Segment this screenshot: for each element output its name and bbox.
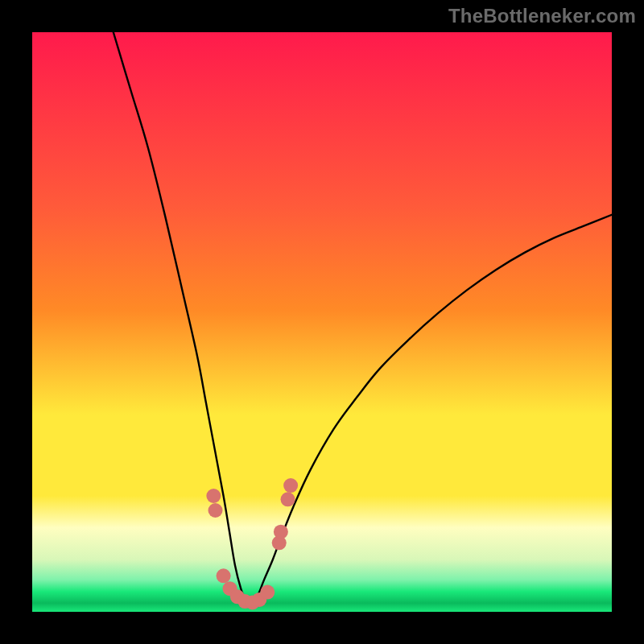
svg-point-1 [206,489,221,503]
svg-point-2 [208,503,223,518]
svg-point-11 [274,525,288,539]
watermark-text: TheBottleneker.com [448,5,636,27]
bottleneck-chart [32,32,612,612]
svg-point-12 [281,492,295,506]
svg-rect-0 [32,32,612,612]
chart-frame: TheBottleneker.com [0,0,644,644]
svg-point-9 [260,585,275,600]
svg-point-13 [283,478,298,493]
svg-point-3 [217,568,231,583]
plot-area [32,32,612,612]
